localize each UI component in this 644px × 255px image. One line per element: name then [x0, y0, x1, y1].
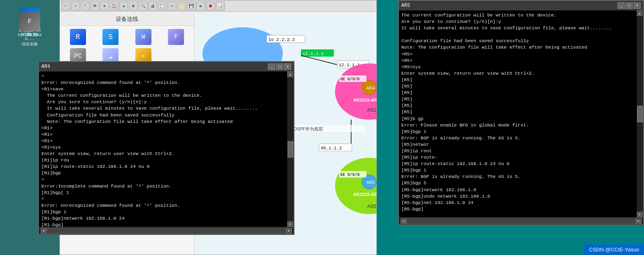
- ar4-scroll-up[interactable]: ▲: [287, 71, 293, 77]
- ar5-line-20: Error: BGP is already running. The AS is…: [401, 135, 634, 141]
- ar4-hscroll-track[interactable]: [46, 228, 286, 234]
- ar5-line-8: <R5>: [401, 57, 634, 64]
- ar5-terminal-body: The current configuration will be writte…: [399, 10, 643, 217]
- ar4-bottom-bar: ◄ ►: [39, 227, 294, 234]
- toolbar-btn-copy[interactable]: 📋: [158, 2, 167, 10]
- toolbar-btn-home[interactable]: 🏠: [110, 2, 119, 10]
- ft-icon[interactable]: F ft: [16, 12, 44, 37]
- ar5-close-btn[interactable]: ×: [634, 2, 641, 9]
- device-router[interactable]: R: [63, 29, 93, 45]
- ar4-line-8: Note: The configuration file will take e…: [41, 118, 285, 125]
- ar5-scroll-down[interactable]: ▼: [637, 212, 642, 217]
- toolbar-btn-settings[interactable]: ⚙: [129, 2, 138, 10]
- ar5-minimize-btn[interactable]: _: [617, 2, 625, 9]
- ar5-line-15: [R5]: [401, 102, 634, 109]
- ar4-line-16: [R1]bgp: [41, 170, 285, 176]
- ar5-line-24: [R5]ip route-static 192.168.1.0 24 nu 0: [401, 161, 634, 167]
- svg-text:45.1.1.2: 45.1.1.2: [321, 146, 342, 151]
- ar4-close-btn[interactable]: ×: [284, 63, 291, 70]
- ar5-terminal-window: AR5 _ □ × The current configuration will…: [398, 0, 644, 225]
- toolbar-btn-bookmark[interactable]: ★: [119, 2, 128, 10]
- toolbar-btn-refresh[interactable]: ⟳: [90, 2, 99, 10]
- ar4-scrollbar[interactable]: ▲ ▼: [287, 71, 294, 227]
- ar4-title: AR4: [41, 64, 50, 69]
- ar5-line-19: [R5]bgp 1: [401, 129, 634, 135]
- toolbar-btn-search[interactable]: 🔍: [139, 2, 147, 10]
- ar4-titlebar-btns: _ □ ×: [268, 63, 291, 70]
- ar5-line-3: It will take several minutes to save con…: [401, 25, 634, 31]
- toolbar-btn-print[interactable]: 🖨: [148, 2, 157, 10]
- toolbar-btn-forward[interactable]: →: [71, 2, 80, 10]
- ar5-line-16: [R5]: [401, 109, 634, 115]
- toolbar-btn-back[interactable]: ←: [61, 2, 70, 10]
- toolbar-btn-cut[interactable]: ✄: [168, 2, 176, 10]
- ar4-line-22: [R1]bgp 1: [41, 209, 285, 215]
- ar5-line-28: [R5-bgp]network 192.168.1.0: [401, 187, 634, 193]
- ar5-terminal-content[interactable]: The current configuration will be writte…: [399, 10, 637, 217]
- ar5-line-12: [R5]: [401, 83, 634, 90]
- toolbar-btn-up[interactable]: ↑: [81, 2, 90, 10]
- ar5-line-10: Enter system view, return user view with…: [401, 70, 634, 77]
- ar4-line-18: Error:Incomplete command found at '^' po…: [41, 183, 285, 190]
- ar4-line-10: <R1>: [41, 131, 285, 138]
- toolbar-btn-play[interactable]: ▶: [196, 2, 205, 10]
- ar4-hscroll-left[interactable]: ◄: [41, 228, 46, 234]
- toolbar-btn-chart[interactable]: 📊: [216, 2, 225, 10]
- ar5-line-1: The current configuration will be writte…: [401, 12, 634, 18]
- svg-text:lo 2.2.2.2: lo 2.2.2.2: [268, 37, 295, 42]
- ar5-scroll-thumb[interactable]: [637, 106, 643, 122]
- device-panel-title: 设备连线: [60, 13, 194, 26]
- device-security[interactable]: F: [162, 29, 191, 45]
- ar5-line-23: [R5]ip route-: [401, 154, 634, 161]
- ar4-line-11: <R1>: [41, 138, 285, 144]
- toolbar-btn-stop2[interactable]: ⏹: [206, 2, 215, 10]
- ar4-scroll-thumb[interactable]: [288, 141, 293, 157]
- svg-line-5: [301, 55, 337, 65]
- device-wireless[interactable]: W: [129, 29, 158, 45]
- ar4-line-4: The current configuration will be writte…: [41, 92, 285, 99]
- svg-text:GE 0/0/0: GE 0/0/0: [340, 173, 360, 177]
- ar5-line-5: Configuration file had been saved succes…: [401, 38, 634, 44]
- device-switch[interactable]: S: [96, 29, 126, 45]
- svg-text:AS1: AS1: [367, 107, 376, 113]
- ar4-line-5: Are you sure to continue? (y/n)[n]:y: [41, 99, 285, 105]
- ar5-line-21: [R5]networ: [401, 141, 634, 148]
- toolbar-btn-save[interactable]: 💾: [187, 2, 196, 10]
- ar4-line-24: [R1-bgp]: [41, 222, 285, 227]
- svg-text:AR5: AR5: [366, 180, 375, 185]
- svg-text:AR2220-AR4: AR2220-AR4: [353, 98, 376, 102]
- ar4-line-3: <R1>save: [41, 86, 285, 92]
- ar4-line-23: [R1-bgp]network 192.168.1.0 24: [41, 215, 285, 222]
- ar4-line-13: Enter system view, return user view with…: [41, 151, 285, 157]
- ar4-line-7: Configuration file had been saved succes…: [41, 112, 285, 118]
- main-toolbar: ← → ↑ ⟳ ✕ 🏠 ★ ⚙ 🔍 🖨 📋 ✄ 📁 💾 ▶ ⏹ 📊: [60, 0, 376, 12]
- ft-label: ft: [27, 33, 32, 37]
- svg-text:GE 0/0/0: GE 0/0/0: [340, 77, 360, 82]
- ar5-line-26: Error: BGP is already running. The AS is…: [401, 173, 634, 180]
- ar4-terminal-content[interactable]: ^ Error: Unrecognized command found at '…: [39, 71, 287, 227]
- ar5-line-4: [401, 31, 634, 38]
- ar5-line-6: Note: The configuration file will take e…: [401, 44, 634, 51]
- ar4-terminal-body: ^ Error: Unrecognized command found at '…: [39, 71, 294, 227]
- toolbar-btn-stop[interactable]: ✕: [100, 2, 109, 10]
- ar5-line-31: [R5-bgp]: [401, 206, 634, 212]
- ar4-scroll-down[interactable]: ▼: [287, 221, 293, 227]
- svg-text:AR2220-AR5: AR2220-AR5: [353, 192, 376, 197]
- ar4-line-19: [R1]bgp[ 1: [41, 190, 285, 196]
- ar4-hscroll-right[interactable]: ►: [286, 228, 292, 234]
- ar5-scroll-up[interactable]: ▲: [637, 10, 642, 16]
- ar5-hscroll-right[interactable]: ►: [636, 218, 642, 224]
- ar5-line-14: [R5]: [401, 96, 634, 102]
- ar5-scrollbar[interactable]: ▲ ▼: [637, 10, 643, 217]
- ar5-titlebar: AR5 _ □ ×: [399, 1, 643, 10]
- ar5-line-2: Are you sure to continue? (y/n)[n]:y: [401, 18, 634, 25]
- ar5-hscroll-left[interactable]: ◄: [401, 218, 406, 224]
- ar5-maximize-btn[interactable]: □: [626, 2, 633, 9]
- ar5-line-22: [R5]ip rout: [401, 148, 634, 154]
- ar4-terminal-window: AR4 _ □ × ^ Error: Unrecognized command …: [38, 61, 294, 235]
- toolbar-btn-open[interactable]: 📁: [177, 2, 186, 10]
- ar5-hscroll-track[interactable]: [406, 218, 636, 224]
- ar4-minimize-btn[interactable]: _: [268, 63, 275, 70]
- ar4-maximize-btn[interactable]: □: [276, 63, 283, 70]
- ar5-bottom-bar: ◄ ►: [399, 217, 643, 224]
